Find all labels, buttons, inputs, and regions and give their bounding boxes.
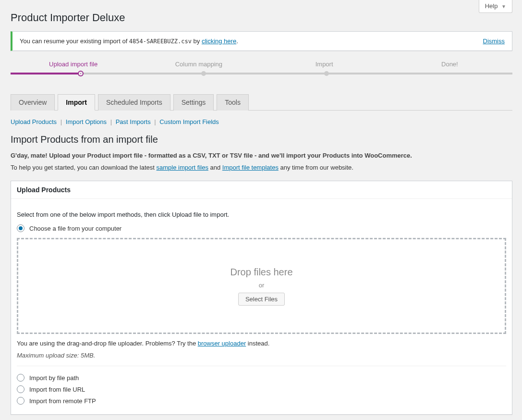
resume-link[interactable]: clicking here bbox=[202, 37, 236, 45]
dismiss-link[interactable]: Dismiss bbox=[483, 37, 505, 45]
step-dot-3 bbox=[324, 71, 329, 76]
intro-bold: G'day, mate! Upload your Product import … bbox=[11, 152, 512, 159]
sublinks: Upload Products | Import Options | Past … bbox=[11, 118, 512, 125]
divider bbox=[17, 366, 506, 366]
radio-row-choose-file[interactable]: Choose a file from your computer bbox=[17, 224, 506, 232]
help-button-label: Help bbox=[485, 2, 498, 10]
sublink-import-options[interactable]: Import Options bbox=[66, 118, 107, 125]
dropzone-or: or bbox=[259, 282, 265, 289]
radio-file-url-label: Import from file URL bbox=[29, 386, 85, 393]
page-title: Product Importer Deluxe bbox=[11, 0, 512, 29]
radio-file-path-label: Import by file path bbox=[29, 374, 79, 382]
chevron-down-icon: ▼ bbox=[501, 4, 506, 9]
step-mapping: Column mapping bbox=[136, 61, 261, 73]
sample-import-files-link[interactable]: sample import files bbox=[157, 164, 208, 171]
radio-remote-ftp[interactable] bbox=[17, 397, 24, 405]
max-upload-size: Maximum upload size: 5MB. bbox=[17, 352, 506, 359]
radio-row-file-path[interactable]: Import by file path bbox=[17, 374, 506, 382]
tab-overview[interactable]: Overview bbox=[11, 94, 55, 111]
notice-filename: 4854-SAREEBUZZ.csv bbox=[129, 38, 192, 45]
section-heading: Import Products from an import file bbox=[11, 134, 512, 145]
browser-uploader-link[interactable]: browser uploader bbox=[198, 340, 246, 347]
tab-tools[interactable]: Tools bbox=[217, 94, 249, 111]
notice-prefix: You can resume your existing import of bbox=[20, 37, 129, 45]
tab-scheduled[interactable]: Scheduled Imports bbox=[98, 94, 170, 111]
radio-choose-file[interactable] bbox=[17, 224, 24, 232]
resume-notice: You can resume your existing import of 4… bbox=[11, 31, 512, 51]
radio-remote-ftp-label: Import from remote FTP bbox=[29, 397, 96, 405]
import-file-templates-link[interactable]: Import file templates bbox=[222, 164, 279, 171]
step-done: Done! bbox=[387, 61, 512, 73]
sublink-past-imports[interactable]: Past Imports bbox=[116, 118, 151, 125]
uploader-note: You are using the drag-and-drop file upl… bbox=[17, 340, 506, 347]
sublink-custom-fields[interactable]: Custom Import Fields bbox=[159, 118, 219, 125]
notice-suffix: . bbox=[236, 37, 238, 45]
help-button[interactable]: Help ▼ bbox=[479, 0, 512, 13]
nav-tabs: Overview Import Scheduled Imports Settin… bbox=[11, 94, 512, 111]
dropzone-title: Drop files here bbox=[230, 267, 292, 278]
upload-products-heading: Upload Products bbox=[11, 181, 512, 199]
tab-settings[interactable]: Settings bbox=[173, 94, 214, 111]
select-from-text: Select from one of the below import meth… bbox=[17, 211, 506, 218]
step-upload: Upload import file bbox=[11, 61, 136, 73]
radio-choose-file-label: Choose a file from your computer bbox=[29, 225, 121, 232]
step-dot-2 bbox=[201, 71, 206, 76]
radio-row-remote-ftp[interactable]: Import from remote FTP bbox=[17, 397, 506, 405]
upload-products-box: Upload Products Select from one of the b… bbox=[11, 181, 512, 415]
select-files-button[interactable]: Select Files bbox=[238, 293, 285, 306]
file-dropzone[interactable]: Drop files here or Select Files bbox=[17, 238, 506, 334]
notice-by: by bbox=[192, 37, 202, 45]
tab-import[interactable]: Import bbox=[58, 94, 95, 111]
radio-file-path[interactable] bbox=[17, 374, 24, 382]
import-stepper: Upload import file Column mapping Import… bbox=[11, 61, 512, 74]
step-import: Import bbox=[262, 61, 387, 73]
step-dot-1 bbox=[79, 72, 83, 75]
sublink-upload-products[interactable]: Upload Products bbox=[11, 118, 57, 125]
radio-row-file-url[interactable]: Import from file URL bbox=[17, 385, 506, 393]
radio-file-url[interactable] bbox=[17, 385, 24, 393]
help-text: To help you get started, you can downloa… bbox=[11, 164, 512, 171]
